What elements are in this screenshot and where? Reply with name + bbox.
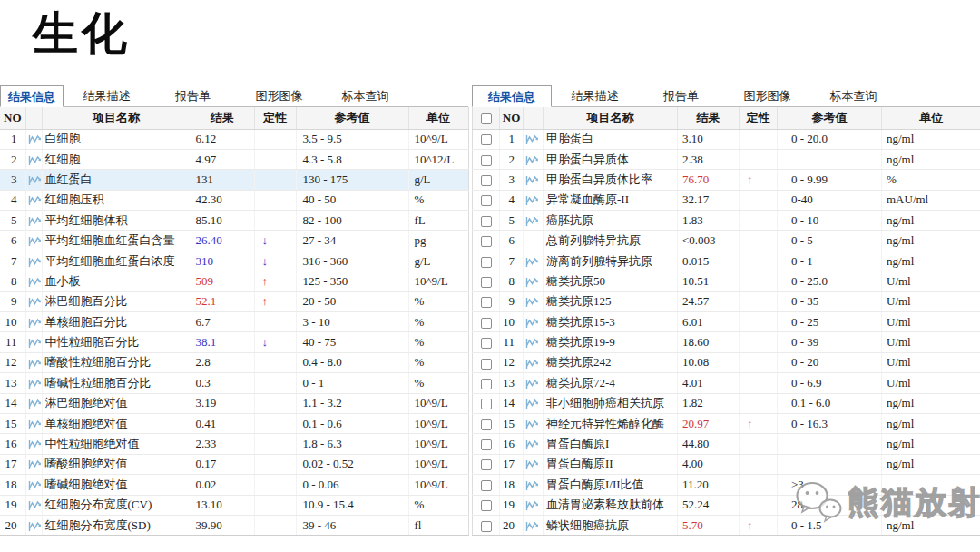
row-checkbox[interactable] [481, 297, 492, 308]
row-checkbox[interactable] [481, 338, 492, 349]
tab-report-sheet[interactable]: 报告单 [638, 86, 724, 106]
table-row[interactable]: 18胃蛋白酶原I/II比值11.20>3 [473, 475, 980, 495]
table-row[interactable]: 19红细胞分布宽度(CV)13.1010.9 - 15.4% [0, 495, 468, 515]
tab-specimen-query[interactable]: 标本查询 [322, 86, 408, 106]
trend-chart-icon[interactable] [28, 518, 42, 532]
trend-chart-icon[interactable] [28, 498, 42, 511]
table-row[interactable]: 8血小板509↑125 - 35010^9/L [0, 271, 468, 291]
row-checkbox[interactable] [481, 195, 492, 206]
trend-chart-icon[interactable] [525, 376, 539, 389]
trend-chart-icon[interactable] [525, 153, 539, 166]
table-row[interactable]: 11糖类抗原19-918.600 - 39U/ml [473, 332, 980, 352]
trend-chart-icon[interactable] [28, 274, 42, 288]
table-row[interactable]: 4红细胞压积42.3040 - 50% [0, 190, 468, 210]
row-checkbox[interactable] [481, 359, 492, 370]
tab-result-description[interactable]: 结果描述 [552, 86, 638, 106]
table-row[interactable]: 8糖类抗原5010.510 - 25.0U/ml [473, 271, 980, 291]
table-row[interactable]: 10糖类抗原15-36.010 - 25U/ml [473, 312, 980, 332]
table-row[interactable]: 2甲胎蛋白异质体2.38ng/ml [473, 149, 980, 169]
trend-chart-icon[interactable] [525, 213, 539, 227]
trend-chart-icon[interactable] [28, 478, 42, 491]
row-checkbox[interactable] [481, 419, 492, 430]
row-checkbox[interactable] [481, 134, 492, 145]
table-row[interactable]: 6总前列腺特异抗原<0.0030 - 5ng/ml [473, 231, 980, 251]
trend-chart-icon[interactable] [28, 254, 42, 268]
table-row[interactable]: 1甲胎蛋白3.100 - 20.0ng/ml [473, 129, 980, 149]
table-row[interactable]: 19血清胃泌素释放肽前体52.2428. [473, 495, 980, 515]
trend-chart-icon[interactable] [28, 396, 42, 409]
table-row[interactable]: 12嗜酸性粒细胞百分比2.80.4 - 8.0% [0, 352, 468, 372]
table-row[interactable]: 4异常凝血酶原-II32.170-40mAU/ml [473, 190, 980, 210]
tab-graphic-image[interactable]: 图形图像 [236, 86, 322, 106]
table-row[interactable]: 12糖类抗原24210.080 - 20U/ml [473, 352, 980, 372]
trend-chart-icon[interactable] [525, 355, 539, 369]
trend-chart-icon[interactable] [525, 518, 539, 532]
trend-chart-icon[interactable] [28, 376, 42, 389]
trend-chart-icon[interactable] [525, 315, 539, 329]
table-row[interactable]: 2红细胞4.974.3 - 5.810^12/L [0, 149, 468, 169]
row-checkbox[interactable] [481, 175, 492, 186]
row-checkbox[interactable] [481, 439, 492, 450]
table-row[interactable]: 17胃蛋白酶原II4.00ng/ml [473, 454, 980, 474]
trend-chart-icon[interactable] [28, 437, 42, 450]
row-checkbox[interactable] [481, 480, 492, 491]
select-all-checkbox[interactable] [481, 113, 492, 124]
table-row[interactable]: 1白细胞6.123.5 - 9.510^9/L [0, 129, 468, 149]
trend-chart-icon[interactable] [525, 498, 539, 511]
trend-chart-icon[interactable] [28, 335, 42, 349]
trend-chart-icon[interactable] [28, 355, 42, 369]
trend-chart-icon[interactable] [525, 437, 539, 450]
table-row[interactable]: 16胃蛋白酶原I44.80ng/ml [473, 434, 980, 454]
table-row[interactable]: 13嗜碱性粒细胞百分比0.30 - 1% [0, 373, 468, 393]
trend-chart-icon[interactable] [28, 132, 42, 145]
table-row[interactable]: 7平均红细胞血红蛋白浓度310↓316 - 360g/L [0, 251, 468, 271]
table-row[interactable]: 15单核细胞绝对值0.410.1 - 0.610^9/L [0, 413, 468, 433]
trend-chart-icon[interactable] [28, 153, 42, 166]
table-row[interactable]: 14非小细胞肺癌相关抗原1.820.1 - 6.0ng/ml [473, 393, 980, 413]
table-row[interactable]: 15神经元特异性烯醇化酶20.97↑0 - 16.3ng/ml [473, 413, 980, 433]
row-checkbox[interactable] [481, 500, 492, 511]
trend-chart-icon[interactable] [525, 417, 539, 430]
trend-chart-icon[interactable] [28, 233, 42, 247]
trend-chart-icon[interactable] [28, 457, 42, 470]
tab-specimen-query[interactable]: 标本查询 [810, 86, 897, 106]
row-checkbox[interactable] [481, 155, 492, 166]
table-row[interactable]: 18嗜碱细胞绝对值0.020 - 0.0610^9/L [0, 475, 468, 495]
trend-chart-icon[interactable] [28, 315, 42, 329]
trend-chart-icon[interactable] [28, 172, 42, 186]
table-row[interactable]: 5癌胚抗原1.830 - 10ng/ml [473, 211, 980, 231]
trend-chart-icon[interactable] [28, 192, 42, 206]
row-checkbox[interactable] [481, 318, 492, 329]
table-row[interactable]: 3甲胎蛋白异质体比率76.70↑0 - 9.99% [473, 170, 980, 190]
trend-chart-icon[interactable] [28, 417, 42, 430]
trend-chart-icon[interactable] [525, 396, 539, 409]
trend-chart-icon[interactable] [525, 192, 539, 206]
tab-result-description[interactable]: 结果描述 [64, 86, 150, 106]
table-row[interactable]: 3血红蛋白131130 - 175g/L [0, 170, 468, 190]
table-row[interactable]: 9糖类抗原12524.570 - 35U/ml [473, 291, 980, 311]
table-row[interactable]: 14淋巴细胞绝对值3.191.1 - 3.210^9/L [0, 393, 468, 413]
tab-graphic-image[interactable]: 图形图像 [724, 86, 810, 106]
trend-chart-icon[interactable] [525, 478, 539, 491]
table-row[interactable]: 20鳞状细胞癌抗原5.70↑0 - 1.5ng/ml [473, 515, 980, 535]
row-checkbox[interactable] [481, 216, 492, 227]
row-checkbox[interactable] [481, 379, 492, 389]
trend-chart-icon[interactable] [525, 457, 539, 470]
trend-chart-icon[interactable] [525, 274, 539, 288]
table-row[interactable]: 6平均红细胞血红蛋白含量26.40↓27 - 34pg [0, 231, 468, 251]
table-row[interactable]: 17嗜酸细胞绝对值0.170.02 - 0.5210^9/L [0, 454, 468, 474]
table-row[interactable]: 5平均红细胞体积85.1082 - 100fL [0, 211, 468, 231]
table-row[interactable]: 20红细胞分布宽度(SD)39.9039 - 46fl [0, 515, 468, 535]
table-row[interactable]: 11中性粒细胞百分比38.1↓40 - 75% [0, 332, 468, 352]
row-checkbox[interactable] [481, 277, 492, 288]
table-row[interactable]: 13糖类抗原72-44.010 - 6.9U/ml [473, 373, 980, 393]
row-checkbox[interactable] [481, 521, 492, 532]
table-row[interactable]: 16中性粒细胞绝对值2.331.8 - 6.310^9/L [0, 434, 468, 454]
trend-chart-icon[interactable] [525, 254, 539, 268]
table-row[interactable]: 7游离前列腺特异抗原0.0150 - 1ng/ml [473, 251, 980, 271]
trend-chart-icon[interactable] [525, 132, 539, 145]
trend-chart-icon[interactable] [28, 213, 42, 227]
table-row[interactable]: 9淋巴细胞百分比52.1↑20 - 50% [0, 291, 468, 311]
table-row[interactable]: 10单核细胞百分比6.73 - 10% [0, 312, 468, 332]
tab-report-sheet[interactable]: 报告单 [150, 86, 236, 106]
